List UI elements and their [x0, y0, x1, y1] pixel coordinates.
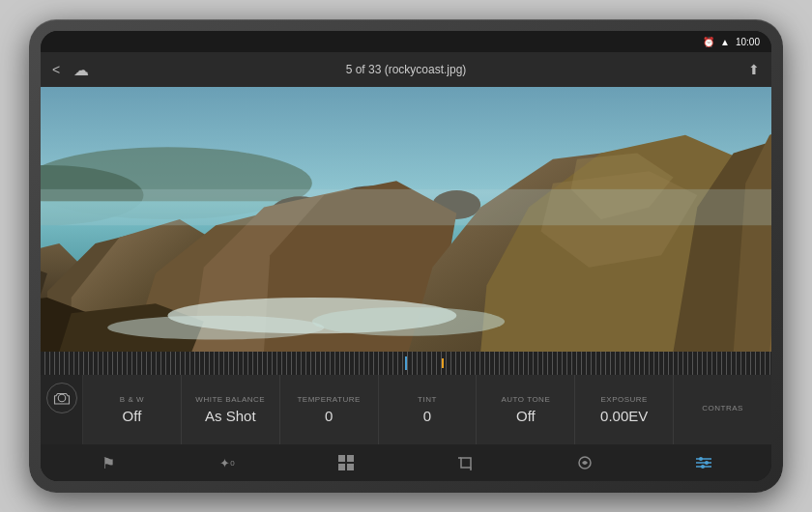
tablet-screen: ⏰ ▲ 10:00 < ☁ 5 of 33 (rockycoast.jpg) ⬆	[41, 31, 771, 481]
bw-label: B & W	[120, 395, 144, 404]
crop-button[interactable]	[450, 447, 481, 478]
controls-row: B & W Off WHITE BALANCE As Shot TEMPERAT…	[41, 375, 771, 444]
photo-title: 5 of 33 (rockycoast.jpg)	[346, 63, 467, 76]
wifi-icon: ▲	[720, 37, 730, 47]
bw-control[interactable]: B & W Off	[83, 375, 182, 444]
ruler-center-marker	[405, 356, 407, 370]
tablet-device: ⏰ ▲ 10:00 < ☁ 5 of 33 (rockycoast.jpg) ⬆	[29, 19, 783, 493]
temperature-label: TEMPERATURE	[297, 395, 360, 404]
svg-point-45	[701, 465, 705, 469]
exposure-label: EXPOSURE	[600, 395, 647, 404]
status-bar: ⏰ ▲ 10:00	[41, 31, 771, 52]
alarm-icon: ⏰	[703, 37, 714, 47]
svg-rect-35	[347, 464, 354, 470]
temperature-control[interactable]: TEMPERATURE 0	[280, 375, 379, 444]
cloud-icon[interactable]: ☁	[73, 61, 89, 79]
bottom-toolbar: ⚑ ✦0	[41, 444, 771, 481]
svg-rect-34	[338, 464, 345, 470]
contrast-control[interactable]: CONTRAS	[674, 375, 771, 444]
bw-value: Off	[123, 408, 142, 424]
white-balance-value: As Shot	[205, 408, 256, 424]
white-balance-label: WHITE BALANCE	[195, 395, 265, 404]
svg-point-43	[699, 457, 703, 461]
exposure-value: 0.00EV	[600, 408, 648, 424]
flag-button[interactable]: ⚑	[93, 447, 124, 478]
heal-button[interactable]	[569, 447, 600, 478]
share-button[interactable]: ⬆	[748, 62, 760, 77]
svg-point-31	[58, 394, 66, 402]
bottom-section: B & W Off WHITE BALANCE As Shot TEMPERAT…	[41, 352, 771, 481]
camera-icon[interactable]	[46, 383, 77, 413]
exposure-control[interactable]: EXPOSURE 0.00EV	[575, 375, 674, 444]
grid-view-button[interactable]	[331, 447, 362, 478]
svg-point-28	[107, 316, 324, 340]
ruler-strip[interactable]	[41, 352, 771, 375]
time-display: 10:00	[736, 37, 760, 47]
contrast-label: CONTRAS	[702, 404, 743, 412]
tint-control[interactable]: TINT 0	[379, 375, 478, 444]
sliders-button[interactable]	[688, 447, 719, 478]
auto-tone-label: AUTO TONE	[502, 395, 551, 404]
svg-point-29	[312, 307, 505, 336]
star-button[interactable]: ✦0	[212, 447, 243, 478]
svg-point-44	[705, 461, 709, 465]
svg-rect-33	[347, 455, 354, 462]
controls-bar: B & W Off WHITE BALANCE As Shot TEMPERAT…	[83, 375, 771, 444]
svg-rect-32	[338, 455, 345, 462]
temperature-value: 0	[325, 408, 333, 424]
svg-rect-36	[461, 458, 471, 468]
tint-value: 0	[423, 408, 431, 424]
ruler-orange-marker	[442, 358, 444, 368]
white-balance-control[interactable]: WHITE BALANCE As Shot	[182, 375, 280, 444]
photo-display	[41, 87, 771, 352]
left-sidebar	[41, 375, 83, 444]
tint-label: TINT	[418, 395, 437, 404]
nav-bar: < ☁ 5 of 33 (rockycoast.jpg) ⬆	[41, 52, 771, 87]
svg-rect-30	[41, 189, 771, 225]
ruler-ticks	[41, 352, 771, 375]
auto-tone-value: Off	[516, 408, 536, 424]
auto-tone-control[interactable]: AUTO TONE Off	[477, 375, 575, 444]
back-button[interactable]: <	[52, 62, 60, 77]
